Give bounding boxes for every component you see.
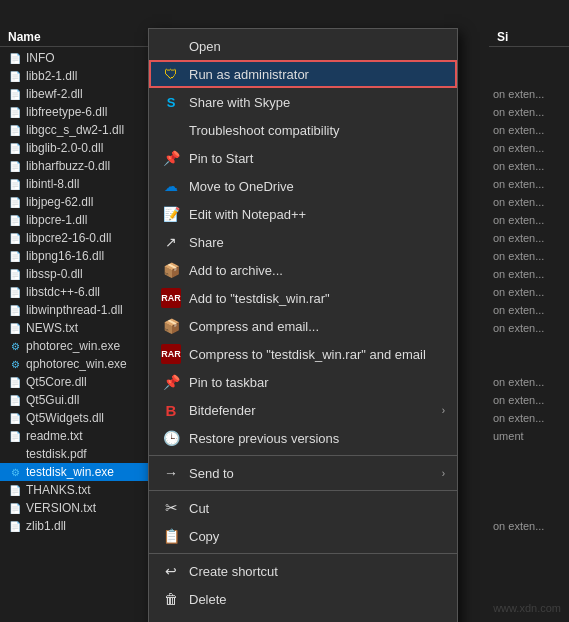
file-name: libpcre-1.dll <box>26 213 87 227</box>
file-item[interactable]: 📄Qt5Widgets.dll <box>0 409 155 427</box>
menu-item-share-with-skype[interactable]: SShare with Skype <box>149 88 457 116</box>
file-type-icon: 📄 <box>8 87 22 101</box>
file-item[interactable]: 📄Qt5Core.dll <box>0 373 155 391</box>
file-type-icon: 📄 <box>8 483 22 497</box>
menu-item-compress-to-testdiskwinrar-and-email[interactable]: RARCompress to "testdisk_win.rar" and em… <box>149 340 457 368</box>
file-name: Qt5Gui.dll <box>26 393 79 407</box>
menu-item-troubleshoot-compatibility[interactable]: Troubleshoot compatibility <box>149 116 457 144</box>
menu-item-label: Move to OneDrive <box>189 179 445 194</box>
right-label: on exten... <box>489 247 569 265</box>
file-item[interactable]: 📄libpcre-1.dll <box>0 211 155 229</box>
file-type-icon: 📄 <box>8 213 22 227</box>
file-item[interactable]: 📄libewf-2.dll <box>0 85 155 103</box>
file-item[interactable]: 📄INFO <box>0 49 155 67</box>
file-item[interactable]: 📄Qt5Gui.dll <box>0 391 155 409</box>
menu-separator <box>149 455 457 456</box>
file-type-icon: 📄 <box>8 519 22 533</box>
right-label: on exten... <box>489 373 569 391</box>
menu-item-edit-with-notepad[interactable]: 📝Edit with Notepad++ <box>149 200 457 228</box>
file-name: libssp-0.dll <box>26 267 83 281</box>
menu-item-delete[interactable]: 🗑Delete <box>149 585 457 613</box>
archive-icon: 📦 <box>161 260 181 280</box>
shortcut-icon: ↩ <box>161 561 181 581</box>
file-item[interactable]: 📄libpcre2-16-0.dll <box>0 229 155 247</box>
taskbar-icon: 📌 <box>161 372 181 392</box>
file-item[interactable]: 📄libharfbuzz-0.dll <box>0 157 155 175</box>
menu-item-add-to-testdiskwinrar[interactable]: RARAdd to "testdisk_win.rar" <box>149 284 457 312</box>
file-item[interactable]: 📄libpng16-16.dll <box>0 247 155 265</box>
file-item[interactable]: 📄libglib-2.0-0.dll <box>0 139 155 157</box>
menu-item-label: Create shortcut <box>189 564 445 579</box>
file-type-icon: 📄 <box>8 375 22 389</box>
menu-item-add-to-archive[interactable]: 📦Add to archive... <box>149 256 457 284</box>
menu-item-send-to[interactable]: →Send to› <box>149 459 457 487</box>
file-item[interactable]: ⚙photorec_win.exe <box>0 337 155 355</box>
rename-icon: ✏ <box>161 617 181 622</box>
file-name: libfreetype-6.dll <box>26 105 107 119</box>
menu-item-compress-and-email[interactable]: 📦Compress and email... <box>149 312 457 340</box>
file-type-icon: 📄 <box>8 285 22 299</box>
context-menu: Open🛡Run as administratorSShare with Sky… <box>148 28 458 622</box>
file-type-icon: 📄 <box>8 411 22 425</box>
empty-icon <box>161 36 181 56</box>
file-item[interactable]: 📄zlib1.dll <box>0 517 155 535</box>
file-item[interactable]: 📄VERSION.txt <box>0 499 155 517</box>
menu-item-create-shortcut[interactable]: ↩Create shortcut <box>149 557 457 585</box>
menu-item-restore-previous-versions[interactable]: 🕒Restore previous versions <box>149 424 457 452</box>
menu-item-label: Restore previous versions <box>189 431 445 446</box>
file-name: zlib1.dll <box>26 519 66 533</box>
file-name: libewf-2.dll <box>26 87 83 101</box>
cut-icon: ✂ <box>161 498 181 518</box>
menu-item-pin-to-taskbar[interactable]: 📌Pin to taskbar <box>149 368 457 396</box>
archive-icon: 📦 <box>161 316 181 336</box>
menu-item-open[interactable]: Open <box>149 32 457 60</box>
file-name: qphotorec_win.exe <box>26 357 127 371</box>
file-item[interactable]: 📄libssp-0.dll <box>0 265 155 283</box>
menu-item-label: Compress to "testdisk_win.rar" and email <box>189 347 445 362</box>
file-item[interactable]: 📄libgcc_s_dw2-1.dll <box>0 121 155 139</box>
file-item[interactable]: 📄libb2-1.dll <box>0 67 155 85</box>
file-type-icon: 📄 <box>8 177 22 191</box>
file-name: libstdc++-6.dll <box>26 285 100 299</box>
menu-item-label: Copy <box>189 529 445 544</box>
right-label <box>489 463 569 481</box>
menu-item-label: Edit with Notepad++ <box>189 207 445 222</box>
menu-item-cut[interactable]: ✂Cut <box>149 494 457 522</box>
file-name: libwinpthread-1.dll <box>26 303 123 317</box>
file-item[interactable]: 📄readme.txt <box>0 427 155 445</box>
menu-separator <box>149 490 457 491</box>
file-name: testdisk.pdf <box>26 447 87 461</box>
file-item[interactable]: 📄THANKS.txt <box>0 481 155 499</box>
right-label: on exten... <box>489 265 569 283</box>
right-label: on exten... <box>489 301 569 319</box>
file-item[interactable]: ⚙qphotorec_win.exe <box>0 355 155 373</box>
menu-item-bitdefender[interactable]: BBitdefender› <box>149 396 457 424</box>
file-item[interactable]: ⚙testdisk_win.exe <box>0 463 155 481</box>
file-type-icon: ⚙ <box>8 465 22 479</box>
menu-item-share[interactable]: ↗Share <box>149 228 457 256</box>
menu-item-label: Add to "testdisk_win.rar" <box>189 291 445 306</box>
file-name: INFO <box>26 51 55 65</box>
file-item[interactable]: 📄libstdc++-6.dll <box>0 283 155 301</box>
file-item[interactable]: 📄libjpeg-62.dll <box>0 193 155 211</box>
menu-item-rename[interactable]: ✏Rename <box>149 613 457 622</box>
file-item[interactable]: 📄libwinpthread-1.dll <box>0 301 155 319</box>
sendto-icon: → <box>161 463 181 483</box>
file-type-icon <box>8 447 22 461</box>
file-item[interactable]: 📄NEWS.txt <box>0 319 155 337</box>
file-name: VERSION.txt <box>26 501 96 515</box>
file-item[interactable]: 📄libfreetype-6.dll <box>0 103 155 121</box>
menu-item-run-as-administrator[interactable]: 🛡Run as administrator <box>149 60 457 88</box>
menu-item-pin-to-start[interactable]: 📌Pin to Start <box>149 144 457 172</box>
file-item[interactable]: 📄libintl-8.dll <box>0 175 155 193</box>
file-name: photorec_win.exe <box>26 339 120 353</box>
submenu-arrow: › <box>442 468 445 479</box>
file-item[interactable]: testdisk.pdf <box>0 445 155 463</box>
right-label: on exten... <box>489 85 569 103</box>
file-type-icon: ⚙ <box>8 339 22 353</box>
right-label: on exten... <box>489 157 569 175</box>
rar-icon: RAR <box>161 288 181 308</box>
file-name: Qt5Widgets.dll <box>26 411 104 425</box>
menu-item-move-to-onedrive[interactable]: ☁Move to OneDrive <box>149 172 457 200</box>
menu-item-copy[interactable]: 📋Copy <box>149 522 457 550</box>
